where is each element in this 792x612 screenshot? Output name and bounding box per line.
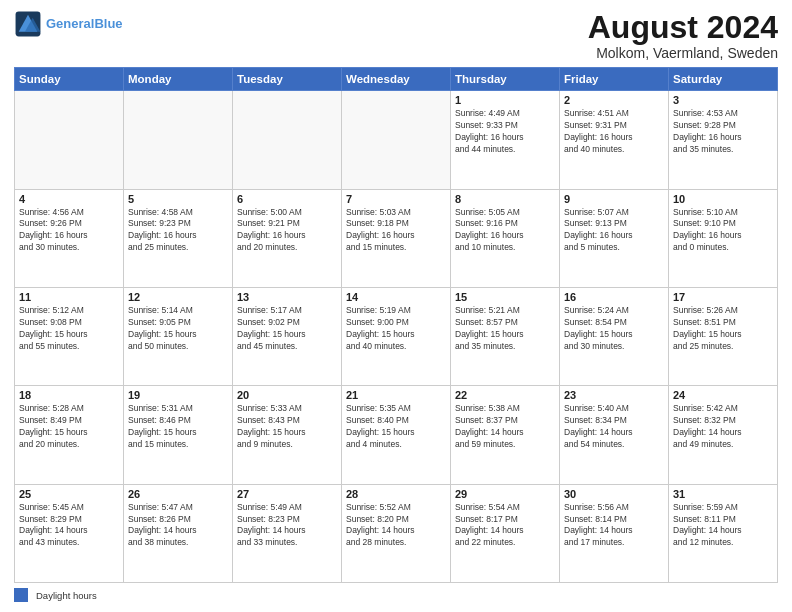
day-number: 16 (564, 291, 664, 303)
day-number: 29 (455, 488, 555, 500)
day-info: Sunrise: 5:17 AM Sunset: 9:02 PM Dayligh… (237, 305, 337, 353)
logo-line1: General (46, 16, 94, 31)
logo-icon (14, 10, 42, 38)
day-number: 28 (346, 488, 446, 500)
day-number: 23 (564, 389, 664, 401)
table-row: 28Sunrise: 5:52 AM Sunset: 8:20 PM Dayli… (342, 484, 451, 582)
page: GeneralBlue August 2024 Molkom, Vaermlan… (0, 0, 792, 612)
table-row: 6Sunrise: 5:00 AM Sunset: 9:21 PM Daylig… (233, 189, 342, 287)
day-number: 15 (455, 291, 555, 303)
table-row: 17Sunrise: 5:26 AM Sunset: 8:51 PM Dayli… (669, 287, 778, 385)
day-number: 3 (673, 94, 773, 106)
day-number: 7 (346, 193, 446, 205)
calendar-week-row: 11Sunrise: 5:12 AM Sunset: 9:08 PM Dayli… (15, 287, 778, 385)
table-row: 27Sunrise: 5:49 AM Sunset: 8:23 PM Dayli… (233, 484, 342, 582)
subtitle: Molkom, Vaermland, Sweden (588, 45, 778, 61)
table-row: 5Sunrise: 4:58 AM Sunset: 9:23 PM Daylig… (124, 189, 233, 287)
table-row: 22Sunrise: 5:38 AM Sunset: 8:37 PM Dayli… (451, 386, 560, 484)
day-number: 25 (19, 488, 119, 500)
day-number: 26 (128, 488, 228, 500)
day-info: Sunrise: 5:47 AM Sunset: 8:26 PM Dayligh… (128, 502, 228, 550)
table-row: 7Sunrise: 5:03 AM Sunset: 9:18 PM Daylig… (342, 189, 451, 287)
table-row: 16Sunrise: 5:24 AM Sunset: 8:54 PM Dayli… (560, 287, 669, 385)
day-info: Sunrise: 5:45 AM Sunset: 8:29 PM Dayligh… (19, 502, 119, 550)
table-row: 20Sunrise: 5:33 AM Sunset: 8:43 PM Dayli… (233, 386, 342, 484)
day-number: 24 (673, 389, 773, 401)
day-info: Sunrise: 5:35 AM Sunset: 8:40 PM Dayligh… (346, 403, 446, 451)
col-saturday: Saturday (669, 68, 778, 91)
day-number: 9 (564, 193, 664, 205)
day-number: 20 (237, 389, 337, 401)
day-number: 18 (19, 389, 119, 401)
table-row: 11Sunrise: 5:12 AM Sunset: 9:08 PM Dayli… (15, 287, 124, 385)
table-row: 29Sunrise: 5:54 AM Sunset: 8:17 PM Dayli… (451, 484, 560, 582)
day-number: 12 (128, 291, 228, 303)
day-number: 10 (673, 193, 773, 205)
col-sunday: Sunday (15, 68, 124, 91)
day-number: 13 (237, 291, 337, 303)
day-info: Sunrise: 5:07 AM Sunset: 9:13 PM Dayligh… (564, 207, 664, 255)
day-number: 27 (237, 488, 337, 500)
logo-text: GeneralBlue (46, 17, 123, 31)
day-number: 11 (19, 291, 119, 303)
table-row (342, 91, 451, 189)
day-number: 8 (455, 193, 555, 205)
day-number: 6 (237, 193, 337, 205)
day-info: Sunrise: 5:03 AM Sunset: 9:18 PM Dayligh… (346, 207, 446, 255)
day-info: Sunrise: 5:26 AM Sunset: 8:51 PM Dayligh… (673, 305, 773, 353)
day-info: Sunrise: 5:42 AM Sunset: 8:32 PM Dayligh… (673, 403, 773, 451)
calendar-week-row: 18Sunrise: 5:28 AM Sunset: 8:49 PM Dayli… (15, 386, 778, 484)
table-row: 23Sunrise: 5:40 AM Sunset: 8:34 PM Dayli… (560, 386, 669, 484)
day-number: 22 (455, 389, 555, 401)
table-row: 24Sunrise: 5:42 AM Sunset: 8:32 PM Dayli… (669, 386, 778, 484)
col-thursday: Thursday (451, 68, 560, 91)
day-number: 21 (346, 389, 446, 401)
col-monday: Monday (124, 68, 233, 91)
header: GeneralBlue August 2024 Molkom, Vaermlan… (14, 10, 778, 61)
day-info: Sunrise: 5:54 AM Sunset: 8:17 PM Dayligh… (455, 502, 555, 550)
day-info: Sunrise: 5:56 AM Sunset: 8:14 PM Dayligh… (564, 502, 664, 550)
table-row: 31Sunrise: 5:59 AM Sunset: 8:11 PM Dayli… (669, 484, 778, 582)
logo: GeneralBlue (14, 10, 123, 38)
table-row: 15Sunrise: 5:21 AM Sunset: 8:57 PM Dayli… (451, 287, 560, 385)
day-info: Sunrise: 5:24 AM Sunset: 8:54 PM Dayligh… (564, 305, 664, 353)
table-row (124, 91, 233, 189)
day-info: Sunrise: 5:21 AM Sunset: 8:57 PM Dayligh… (455, 305, 555, 353)
calendar-header-row: Sunday Monday Tuesday Wednesday Thursday… (15, 68, 778, 91)
day-info: Sunrise: 5:49 AM Sunset: 8:23 PM Dayligh… (237, 502, 337, 550)
table-row: 19Sunrise: 5:31 AM Sunset: 8:46 PM Dayli… (124, 386, 233, 484)
day-number: 19 (128, 389, 228, 401)
day-number: 4 (19, 193, 119, 205)
day-number: 30 (564, 488, 664, 500)
calendar-week-row: 1Sunrise: 4:49 AM Sunset: 9:33 PM Daylig… (15, 91, 778, 189)
table-row: 4Sunrise: 4:56 AM Sunset: 9:26 PM Daylig… (15, 189, 124, 287)
table-row: 26Sunrise: 5:47 AM Sunset: 8:26 PM Dayli… (124, 484, 233, 582)
calendar-week-row: 4Sunrise: 4:56 AM Sunset: 9:26 PM Daylig… (15, 189, 778, 287)
day-info: Sunrise: 5:05 AM Sunset: 9:16 PM Dayligh… (455, 207, 555, 255)
day-info: Sunrise: 5:33 AM Sunset: 8:43 PM Dayligh… (237, 403, 337, 451)
day-info: Sunrise: 5:40 AM Sunset: 8:34 PM Dayligh… (564, 403, 664, 451)
day-info: Sunrise: 4:58 AM Sunset: 9:23 PM Dayligh… (128, 207, 228, 255)
day-info: Sunrise: 5:00 AM Sunset: 9:21 PM Dayligh… (237, 207, 337, 255)
day-info: Sunrise: 5:52 AM Sunset: 8:20 PM Dayligh… (346, 502, 446, 550)
day-number: 17 (673, 291, 773, 303)
table-row: 25Sunrise: 5:45 AM Sunset: 8:29 PM Dayli… (15, 484, 124, 582)
table-row: 9Sunrise: 5:07 AM Sunset: 9:13 PM Daylig… (560, 189, 669, 287)
day-info: Sunrise: 5:12 AM Sunset: 9:08 PM Dayligh… (19, 305, 119, 353)
table-row: 10Sunrise: 5:10 AM Sunset: 9:10 PM Dayli… (669, 189, 778, 287)
day-number: 2 (564, 94, 664, 106)
table-row: 3Sunrise: 4:53 AM Sunset: 9:28 PM Daylig… (669, 91, 778, 189)
legend-label: Daylight hours (36, 590, 97, 601)
logo-line2: Blue (94, 16, 122, 31)
calendar-week-row: 25Sunrise: 5:45 AM Sunset: 8:29 PM Dayli… (15, 484, 778, 582)
day-info: Sunrise: 4:53 AM Sunset: 9:28 PM Dayligh… (673, 108, 773, 156)
legend-box (14, 588, 28, 602)
day-info: Sunrise: 5:14 AM Sunset: 9:05 PM Dayligh… (128, 305, 228, 353)
day-info: Sunrise: 4:56 AM Sunset: 9:26 PM Dayligh… (19, 207, 119, 255)
day-info: Sunrise: 5:28 AM Sunset: 8:49 PM Dayligh… (19, 403, 119, 451)
day-info: Sunrise: 5:38 AM Sunset: 8:37 PM Dayligh… (455, 403, 555, 451)
col-wednesday: Wednesday (342, 68, 451, 91)
day-info: Sunrise: 5:59 AM Sunset: 8:11 PM Dayligh… (673, 502, 773, 550)
main-title: August 2024 (588, 10, 778, 45)
table-row: 8Sunrise: 5:05 AM Sunset: 9:16 PM Daylig… (451, 189, 560, 287)
